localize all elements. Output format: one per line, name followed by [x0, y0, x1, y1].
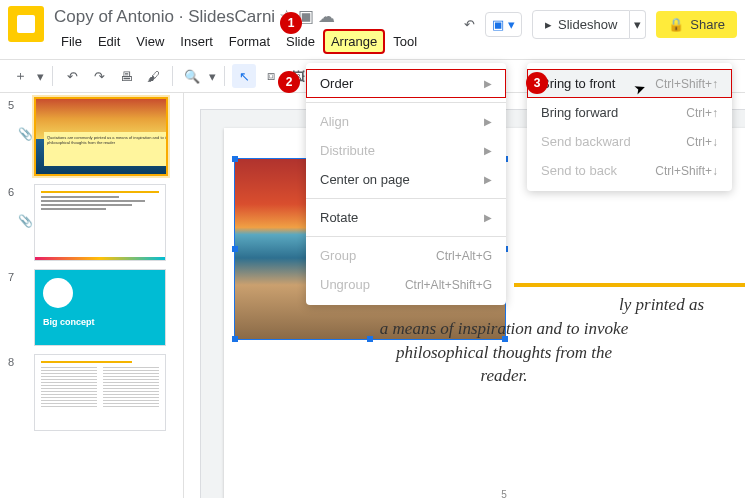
menu-distribute[interactable]: Distribute▶	[306, 136, 506, 165]
menu-format[interactable]: Format	[222, 30, 277, 53]
menu-edit[interactable]: Edit	[91, 30, 127, 53]
redo-button[interactable]: ↷	[87, 64, 111, 88]
annotation-badge-3: 3	[526, 72, 548, 94]
menu-send-backward[interactable]: Send backwardCtrl+↓	[527, 127, 732, 156]
menu-send-to-back[interactable]: Send to backCtrl+Shift+↓	[527, 156, 732, 185]
menu-order[interactable]: Order▶	[306, 69, 506, 98]
new-slide-button[interactable]: ＋	[8, 64, 32, 88]
present-dropdown-icon[interactable]: ▣ ▾	[485, 12, 522, 37]
attachment-icon: 📎	[18, 214, 30, 228]
menu-group[interactable]: GroupCtrl+Alt+G	[306, 241, 506, 270]
menu-slide[interactable]: Slide	[279, 30, 322, 53]
thumbnail-8[interactable]	[34, 354, 166, 431]
accent-line	[514, 283, 745, 287]
slide-number: 6	[4, 186, 14, 198]
slide-body-text[interactable]: ly printed as a means of inspiration and…	[284, 293, 724, 388]
history-icon[interactable]: ↶	[464, 17, 475, 32]
menu-ungroup[interactable]: UngroupCtrl+Alt+Shift+G	[306, 270, 506, 299]
menu-tools[interactable]: Tool	[386, 30, 424, 53]
menu-align[interactable]: Align▶	[306, 107, 506, 136]
menu-insert[interactable]: Insert	[173, 30, 220, 53]
menu-bring-to-front[interactable]: Bring to frontCtrl+Shift+↑	[527, 69, 732, 98]
thumbnail-6[interactable]	[34, 184, 166, 261]
menu-arrange[interactable]: Arrange	[324, 30, 384, 53]
thumbnail-5[interactable]: Quotations are commonly printed as a mea…	[34, 97, 168, 176]
zoom-button[interactable]: 🔍	[180, 64, 204, 88]
paint-format-button[interactable]: 🖌	[141, 64, 165, 88]
page-number: 5	[224, 489, 745, 498]
new-slide-caret[interactable]: ▾	[35, 64, 45, 88]
thumbnail-7[interactable]: Big concept	[34, 269, 166, 346]
filmstrip: 5 📎 Quotations are commonly printed as a…	[0, 93, 184, 498]
menu-file[interactable]: File	[54, 30, 89, 53]
slide-number: 5	[4, 99, 14, 111]
menu-bar: File Edit View Insert Format Slide Arran…	[54, 30, 464, 53]
arrange-dropdown: Order▶ Align▶ Distribute▶ Center on page…	[306, 63, 506, 305]
ruler-vertical	[184, 109, 201, 498]
menu-bring-forward[interactable]: Bring forwardCtrl+↑	[527, 98, 732, 127]
menu-rotate[interactable]: Rotate▶	[306, 203, 506, 232]
select-tool[interactable]: ↖	[232, 64, 256, 88]
slide-number: 8	[4, 356, 14, 368]
undo-button[interactable]: ↶	[60, 64, 84, 88]
share-button[interactable]: 🔒 Share	[656, 11, 737, 38]
submenu-arrow-icon: ▶	[484, 78, 492, 89]
menu-view[interactable]: View	[129, 30, 171, 53]
print-button[interactable]: 🖶	[114, 64, 138, 88]
cloud-icon[interactable]: ☁	[318, 6, 335, 27]
menu-center-on-page[interactable]: Center on page▶	[306, 165, 506, 194]
annotation-badge-1: 1	[280, 12, 302, 34]
slideshow-button[interactable]: ▸ Slideshow	[532, 10, 630, 39]
header-bar: Copy of Antonio · SlidesCarni ☆ ▣ ☁ File…	[0, 0, 745, 60]
annotation-badge-2: 2	[278, 71, 300, 93]
slide-number: 7	[4, 271, 14, 283]
zoom-caret[interactable]: ▾	[207, 64, 217, 88]
play-icon: ▸	[545, 17, 552, 32]
slideshow-caret[interactable]: ▾	[630, 10, 646, 39]
document-title[interactable]: Copy of Antonio · SlidesCarni ☆ ▣ ☁	[54, 6, 464, 27]
order-submenu: Bring to frontCtrl+Shift+↑ Bring forward…	[527, 63, 732, 191]
lock-icon: 🔒	[668, 17, 684, 32]
slides-logo[interactable]	[8, 6, 44, 42]
attachment-icon: 📎	[18, 127, 30, 141]
